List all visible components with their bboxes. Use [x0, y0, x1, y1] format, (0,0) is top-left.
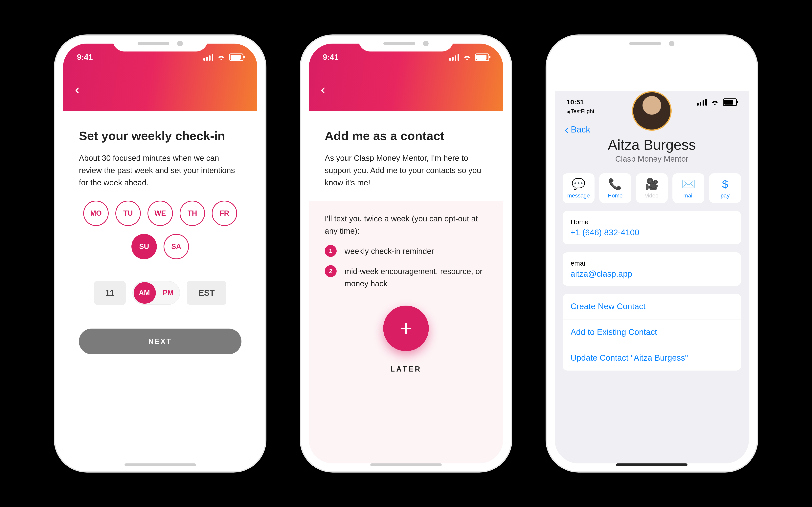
cellular-icon	[697, 99, 707, 106]
action-pay[interactable]: $ pay	[709, 173, 741, 203]
status-icons	[697, 98, 737, 106]
status-time: 9:41	[77, 53, 93, 62]
action-mail[interactable]: ✉️ mail	[672, 173, 704, 203]
mail-icon: ✉️	[681, 177, 696, 190]
three-phone-mockup: 9:41 ‹ Set your weekly check-in About 30…	[0, 0, 812, 507]
wifi-icon	[463, 54, 471, 60]
back-label: Back	[571, 125, 590, 134]
phone-icon: 📞	[608, 177, 622, 190]
action-call[interactable]: 📞 Home	[599, 173, 631, 203]
bullet-number-2: 2	[325, 265, 337, 277]
day-chip-su[interactable]: SU	[132, 234, 157, 259]
breadcrumb-testflight[interactable]: TestFlight	[567, 108, 594, 114]
status-time: 9:41	[323, 53, 339, 62]
day-chip-tu[interactable]: TU	[115, 201, 141, 226]
update-contact[interactable]: Update Contact "Aitza Burgess"	[563, 345, 741, 371]
day-chip-th[interactable]: TH	[180, 201, 205, 226]
bullet-1: 1 weekly check-in reminder	[325, 245, 487, 257]
battery-icon	[229, 53, 244, 61]
page-title: Set your weekly check-in	[79, 129, 242, 143]
chevron-left-icon: ‹	[565, 123, 568, 136]
phone-checkin: 9:41 ‹ Set your weekly check-in About 30…	[55, 36, 265, 471]
status-time: 10:51	[567, 98, 584, 106]
battery-icon	[723, 99, 737, 106]
create-new-contact[interactable]: Create New Contact	[563, 294, 741, 319]
status-bar: 9:41	[63, 53, 257, 62]
contact-name: Aitza Burgess	[555, 137, 749, 153]
home-indicator[interactable]	[616, 463, 688, 466]
email-value[interactable]: aitza@clasp.app	[570, 269, 733, 279]
action-video: 🎥 video	[636, 173, 668, 203]
day-chip-we[interactable]: WE	[148, 201, 173, 226]
ampm-pm[interactable]: PM	[156, 289, 180, 297]
day-chip-fr[interactable]: FR	[212, 201, 237, 226]
page-description: About 30 focused minutes when we can rev…	[79, 152, 242, 189]
device-notch	[358, 36, 454, 52]
home-indicator[interactable]	[370, 463, 442, 466]
gradient-header: 9:41 ‹	[309, 44, 503, 119]
message-icon: 💬	[571, 177, 586, 190]
page-title: Add me as a contact	[325, 129, 487, 143]
hour-select[interactable]: 11	[94, 281, 126, 305]
content-card: Add me as a contact As your Clasp Money …	[309, 111, 503, 463]
screen: 9:41 ‹ Set your weekly check-in About 30…	[63, 44, 257, 463]
bullet-text-2: mid-week encouragement, resource, or mon…	[345, 265, 487, 290]
action-label: video	[645, 192, 659, 199]
cellular-icon	[203, 54, 213, 61]
bullet-number-1: 1	[325, 245, 337, 257]
status-bar: 9:41	[309, 53, 503, 62]
day-chip-sa[interactable]: SA	[163, 234, 189, 259]
day-chip-mo[interactable]: MO	[83, 201, 109, 226]
wifi-icon	[711, 99, 719, 105]
back-button[interactable]: ‹ Back	[565, 123, 590, 136]
action-label: pay	[721, 192, 729, 199]
avatar[interactable]	[632, 91, 672, 131]
battery-icon	[475, 53, 489, 61]
back-button[interactable]: ‹	[321, 81, 325, 98]
status-icons	[203, 53, 244, 61]
bullet-2: 2 mid-week encouragement, resource, or m…	[325, 265, 487, 290]
page-description: As your Clasp Money Mentor, I'm here to …	[325, 152, 487, 189]
day-picker: MO TU WE TH FR SU SA	[79, 201, 242, 259]
ios-contact-sheet: 10:51 TestFlight ‹ Back Aitza Burgess Cl…	[555, 91, 749, 463]
content-card: Set your weekly check-in About 30 focuse…	[63, 111, 257, 463]
contact-subtitle: Clasp Money Mentor	[555, 155, 749, 163]
add-contact-fab[interactable]: +	[383, 305, 429, 351]
time-picker: 11 AM PM EST	[79, 281, 242, 305]
wifi-icon	[217, 54, 225, 60]
next-button[interactable]: NEXT	[79, 329, 242, 354]
bullet-text-1: weekly check-in reminder	[345, 245, 434, 257]
card-lower: I'll text you twice a week (you can opt-…	[309, 201, 503, 463]
device-notch	[604, 36, 699, 52]
add-to-existing-contact[interactable]: Add to Existing Contact	[563, 319, 741, 345]
phone-label: Home	[570, 218, 733, 226]
screen: 10:51 TestFlight ‹ Back Aitza Burgess Cl…	[555, 44, 749, 463]
contact-options: Create New Contact Add to Existing Conta…	[563, 294, 741, 371]
video-icon: 🎥	[645, 177, 659, 190]
card-upper: Add me as a contact As your Clasp Money …	[309, 111, 503, 201]
screen: 9:41 ‹ Add me as a contact As your Clasp…	[309, 44, 503, 463]
contact-actions: 💬 message 📞 Home 🎥 video ✉️ mail	[555, 173, 749, 203]
gradient-header: 9:41 ‹	[63, 44, 257, 119]
device-notch	[113, 36, 208, 52]
email-info-card[interactable]: email aitza@clasp.app	[563, 252, 741, 286]
status-icons	[449, 53, 489, 61]
timezone-select[interactable]: EST	[187, 281, 226, 305]
ampm-am[interactable]: AM	[133, 289, 156, 297]
ampm-toggle[interactable]: AM PM	[133, 281, 180, 305]
email-label: email	[570, 260, 733, 267]
action-label: Home	[608, 192, 623, 199]
texting-lead: I'll text you twice a week (you can opt-…	[325, 213, 487, 237]
home-indicator[interactable]	[124, 463, 196, 466]
phone-info-card[interactable]: Home +1 (646) 832-4100	[563, 211, 741, 244]
cellular-icon	[449, 54, 459, 61]
action-label: message	[567, 192, 590, 199]
phone-add-contact: 9:41 ‹ Add me as a contact As your Clasp…	[301, 36, 511, 471]
phone-value[interactable]: +1 (646) 832-4100	[570, 228, 733, 237]
later-button[interactable]: LATER	[325, 365, 487, 373]
phone-ios-contact-sheet: 10:51 TestFlight ‹ Back Aitza Burgess Cl…	[547, 36, 757, 471]
plus-icon: +	[400, 318, 412, 339]
action-message[interactable]: 💬 message	[563, 173, 595, 203]
status-bar: 10:51	[555, 98, 749, 106]
back-button[interactable]: ‹	[75, 81, 80, 98]
